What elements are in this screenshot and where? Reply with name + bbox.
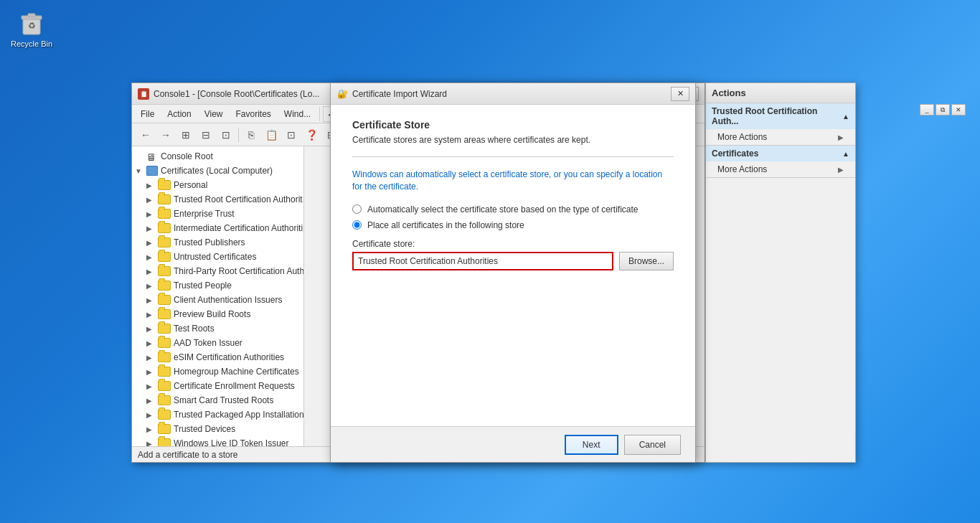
wizard-section-title: Certificate Store bbox=[352, 119, 674, 131]
store-input-field[interactable] bbox=[352, 252, 613, 270]
menu-action[interactable]: Action bbox=[161, 108, 197, 121]
tree-item-enterprise[interactable]: ▶ Enterprise Trust bbox=[132, 207, 303, 221]
tree-item-personal[interactable]: ▶ Personal bbox=[132, 178, 303, 192]
wizard-dialog: 🔐 Certificate Import Wizard ✕ Certificat… bbox=[330, 83, 696, 463]
folder-test-roots bbox=[158, 324, 171, 334]
wizard-content: Certificate Store Certificate stores are… bbox=[331, 105, 695, 426]
wizard-close-btn[interactable]: ✕ bbox=[671, 87, 689, 101]
radio-auto-option[interactable]: Automatically select the certificate sto… bbox=[352, 204, 674, 215]
radio-manual-label: Place all certificates in the following … bbox=[367, 220, 524, 230]
tree-item-smart-card[interactable]: ▶ Smart Card Trusted Roots bbox=[132, 393, 303, 407]
radio-manual[interactable] bbox=[352, 220, 362, 230]
folder-client-auth bbox=[158, 295, 171, 305]
actions-section-trusted-root-label: Trusted Root Certification Auth... bbox=[712, 106, 842, 126]
folder-intermediate bbox=[158, 223, 171, 233]
wizard-divider bbox=[352, 156, 674, 157]
wizard-title-text: Certificate Import Wizard bbox=[352, 89, 671, 99]
inner-close-btn[interactable]: ✕ bbox=[951, 104, 966, 116]
menu-file[interactable]: File bbox=[135, 108, 160, 121]
toolbar-up-btn[interactable]: ⊞ bbox=[176, 126, 195, 144]
wizard-footer: Next Cancel bbox=[331, 426, 695, 462]
actions-panel: Actions Trusted Root Certification Auth.… bbox=[705, 83, 856, 463]
folder-preview bbox=[158, 309, 171, 319]
inner-win-controls: _ ⧉ ✕ bbox=[920, 104, 966, 116]
folder-trusted-packaged bbox=[158, 410, 171, 420]
actions-certificates-more[interactable]: More Actions ▶ bbox=[706, 161, 855, 177]
radio-group: Automatically select the certificate sto… bbox=[352, 204, 674, 230]
toolbar-properties-btn[interactable]: ⊡ bbox=[282, 126, 301, 144]
wizard-section-desc: Certificate stores are system areas wher… bbox=[352, 135, 674, 145]
svg-rect-2 bbox=[28, 14, 35, 17]
desktop: ♻ Recycle Bin 📋 Console1 - [Console Root… bbox=[0, 0, 980, 523]
wizard-info-text: Windows can automatically select a certi… bbox=[352, 169, 674, 193]
tree-item-aad[interactable]: ▶ AAD Token Issuer bbox=[132, 336, 303, 350]
radio-manual-option[interactable]: Place all certificates in the following … bbox=[352, 220, 674, 230]
trusted-root-collapse-arrow: ▲ bbox=[842, 113, 849, 121]
mmc-tree-panel: 🖥 Console Root ▼ Certificates (Local Com… bbox=[132, 146, 304, 446]
menu-favorites[interactable]: Favorites bbox=[230, 108, 277, 121]
browse-button[interactable]: Browse... bbox=[619, 252, 674, 270]
tree-item-intermediate[interactable]: ▶ Intermediate Certification Authoriti..… bbox=[132, 221, 303, 235]
tree-item-homegroup[interactable]: ▶ Homegroup Machine Certificates bbox=[132, 364, 303, 379]
recycle-bin-graphic: ♻ bbox=[17, 9, 46, 37]
folder-personal bbox=[158, 180, 171, 190]
actions-section-certificates-header[interactable]: Certificates ▲ bbox=[706, 146, 855, 161]
next-button[interactable]: Next bbox=[565, 435, 618, 455]
folder-trusted-people bbox=[158, 281, 171, 291]
toolbar-new-window-btn[interactable]: ⊡ bbox=[217, 126, 235, 144]
more-actions-arrow-1: ▶ bbox=[838, 133, 844, 141]
toolbar-paste-btn[interactable]: 📋 bbox=[262, 126, 281, 144]
folder-third-party bbox=[158, 266, 171, 276]
inner-restore-btn[interactable]: ⧉ bbox=[936, 104, 950, 116]
actions-trusted-root-more[interactable]: More Actions ▶ bbox=[706, 129, 855, 145]
toolbar-copy-btn[interactable]: ⎘ bbox=[242, 126, 260, 144]
folder-trusted-root bbox=[158, 194, 171, 204]
tree-item-windows-live[interactable]: ▶ Windows Live ID Token Issuer bbox=[132, 436, 303, 446]
console-root-icon: 🖥 bbox=[146, 151, 158, 161]
radio-auto-label: Automatically select the certificate sto… bbox=[367, 204, 639, 215]
store-label: Certificate store: bbox=[352, 239, 674, 249]
menu-view[interactable]: View bbox=[199, 108, 229, 121]
tree-item-client-auth[interactable]: ▶ Client Authentication Issuers bbox=[132, 293, 303, 307]
mmc-title-icon: 📋 bbox=[138, 88, 149, 100]
more-actions-arrow-2: ▶ bbox=[838, 166, 844, 174]
folder-trusted-devices bbox=[158, 424, 171, 434]
actions-section-certificates-label: Certificates bbox=[712, 149, 758, 159]
recycle-bin-icon[interactable]: ♻ Recycle Bin bbox=[6, 6, 57, 51]
tree-item-cert-enrollment[interactable]: ▶ Certificate Enrollment Requests bbox=[132, 379, 303, 393]
tree-item-trusted-devices[interactable]: ▶ Trusted Devices bbox=[132, 422, 303, 436]
mmc-status-text: Add a certificate to a store bbox=[138, 450, 237, 460]
folder-windows-live bbox=[158, 438, 171, 446]
folder-esim bbox=[158, 352, 171, 362]
menu-window[interactable]: Wind... bbox=[278, 108, 316, 121]
tree-item-trusted-publishers[interactable]: ▶ Trusted Publishers bbox=[132, 235, 303, 250]
wizard-title-icon: 🔐 bbox=[336, 88, 348, 100]
toolbar-show-hide-btn[interactable]: ⊟ bbox=[197, 126, 215, 144]
radio-auto[interactable] bbox=[352, 204, 362, 214]
tree-item-esim[interactable]: ▶ eSIM Certification Authorities bbox=[132, 350, 303, 364]
tree-item-trusted-people[interactable]: ▶ Trusted People bbox=[132, 278, 303, 293]
store-input-group: Certificate store: Browse... bbox=[352, 239, 674, 270]
toolbar-help-btn[interactable]: ❓ bbox=[302, 126, 321, 144]
tree-item-test-roots[interactable]: ▶ Test Roots bbox=[132, 321, 303, 336]
cancel-button[interactable]: Cancel bbox=[624, 435, 681, 455]
certificates-collapse-arrow: ▲ bbox=[842, 150, 849, 158]
toolbar-forward-btn[interactable]: → bbox=[156, 126, 175, 144]
folder-trusted-publishers bbox=[158, 237, 171, 248]
actions-section-trusted-root-header[interactable]: Trusted Root Certification Auth... ▲ bbox=[706, 103, 855, 129]
tree-item-trusted-packaged[interactable]: ▶ Trusted Packaged App Installation bbox=[132, 407, 303, 422]
actions-panel-title: Actions bbox=[706, 83, 855, 103]
tree-item-preview[interactable]: ▶ Preview Build Roots bbox=[132, 307, 303, 321]
folder-smart-card bbox=[158, 395, 171, 405]
store-input-row: Browse... bbox=[352, 252, 674, 270]
tree-item-certificates[interactable]: ▼ Certificates (Local Computer) bbox=[132, 164, 303, 178]
tree-item-trusted-root[interactable]: ▶ Trusted Root Certification Authorit... bbox=[132, 192, 303, 207]
folder-untrusted bbox=[158, 252, 171, 262]
tree-item-untrusted[interactable]: ▶ Untrusted Certificates bbox=[132, 250, 303, 264]
inner-minimize-btn[interactable]: _ bbox=[920, 104, 934, 116]
folder-cert-enrollment bbox=[158, 381, 171, 391]
tree-item-console-root[interactable]: 🖥 Console Root bbox=[132, 149, 303, 164]
tree-item-third-party[interactable]: ▶ Third-Party Root Certification Auth... bbox=[132, 264, 303, 278]
toolbar-back-btn[interactable]: ← bbox=[136, 126, 155, 144]
folder-aad bbox=[158, 338, 171, 348]
